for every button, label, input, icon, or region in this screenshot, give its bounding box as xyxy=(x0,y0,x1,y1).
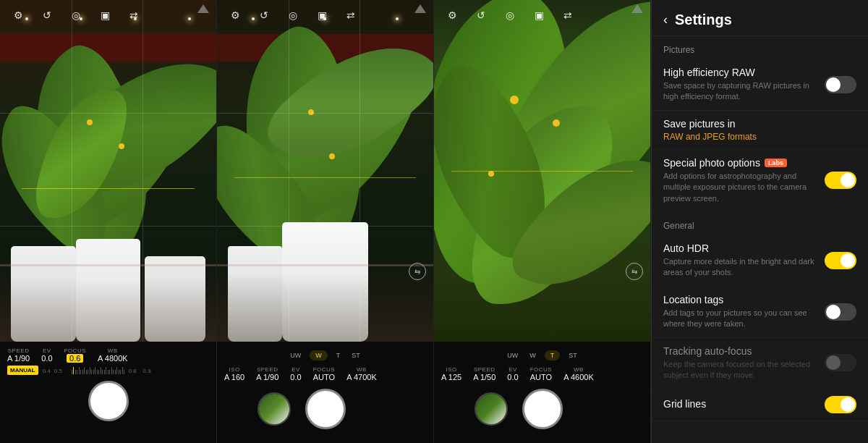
camera-bottom-3: UW W T ST ISO A 125 SPEED A 1/50 EV 0.0 … xyxy=(434,342,650,443)
item-title-special: Special photo options xyxy=(663,157,760,169)
item-desc-raw: Save space by capturing RAW pictures in … xyxy=(663,80,816,103)
switch-icon-2[interactable]: ⇆ xyxy=(409,263,426,280)
item-title-location: Location tags xyxy=(663,294,816,305)
item-title-raw: High efficiency RAW xyxy=(663,67,816,78)
layers-icon[interactable]: ▣ xyxy=(97,7,113,23)
labs-badge: Labs xyxy=(765,159,787,167)
item-title-grid: Grid lines xyxy=(663,398,816,410)
horizon-line xyxy=(22,188,195,189)
lens-st-3[interactable]: ST xyxy=(566,350,580,360)
toggle-hdr[interactable] xyxy=(825,252,856,269)
layers-icon-3[interactable]: ▣ xyxy=(531,7,547,23)
lens-w-3[interactable]: W xyxy=(527,350,539,360)
focus-icon-2[interactable]: ◎ xyxy=(285,7,301,23)
shutter-row-2 xyxy=(224,384,426,434)
gear-icon-3[interactable]: ⚙ xyxy=(444,7,460,23)
param-speed-2: SPEED A 1/90 xyxy=(256,366,278,381)
shutter-row-1 xyxy=(7,376,209,426)
param-ev-2: EV 0.0 xyxy=(290,366,301,381)
section-label-pictures: Pictures xyxy=(652,36,868,59)
item-desc-location: Add tags to your pictures so you can see… xyxy=(663,308,816,330)
lens-w-2[interactable]: W xyxy=(310,350,328,360)
lens-selector-3: UW W T ST xyxy=(441,347,643,363)
spacer-3 xyxy=(577,392,610,426)
lens-selector-2: UW W T ST xyxy=(224,347,426,363)
toggle-grid[interactable] xyxy=(825,396,856,413)
viewfinder-1[interactable]: ⚙ ↺ ◎ ▣ ⇄ xyxy=(0,0,216,342)
shutter-button-1[interactable] xyxy=(88,381,129,421)
param-ev: EV 0.0 xyxy=(41,347,52,363)
filter-icon[interactable]: ⇄ xyxy=(126,7,142,23)
shutter-row-3 xyxy=(441,384,643,434)
param-speed: SPEED A 1/90 xyxy=(7,347,30,363)
lens-uw-2[interactable]: UW xyxy=(287,350,304,360)
toggle-special[interactable] xyxy=(825,172,856,189)
settings-item-grid-lines[interactable]: Grid lines xyxy=(652,389,868,421)
settings-header: ‹ Settings xyxy=(652,0,868,36)
lens-t-3[interactable]: T xyxy=(545,350,561,360)
gear-icon[interactable]: ⚙ xyxy=(10,7,26,23)
thumbnail-3[interactable] xyxy=(475,392,508,426)
layers-icon-2[interactable]: ▣ xyxy=(314,7,330,23)
shutter-button-2[interactable] xyxy=(305,389,346,429)
item-title-hdr: Auto HDR xyxy=(663,242,816,254)
focus-scale-row: MANUAL 0.4 0.5 xyxy=(7,366,209,375)
viewfinder-2[interactable]: ⚙ ↺ ◎ ▣ ⇄ ⇆ xyxy=(217,0,433,342)
camera-bottom-2: UW W T ST ISO A 160 SPEED A 1/90 EV 0.0 … xyxy=(217,342,433,443)
param-wb-2: WB A 4700K xyxy=(346,366,377,381)
back-button[interactable]: ‹ xyxy=(663,12,668,28)
settings-item-tracking: Tracking auto-focus Keep the camera focu… xyxy=(652,338,868,389)
gear-icon-2[interactable]: ⚙ xyxy=(227,7,243,23)
filter-icon-2[interactable]: ⇄ xyxy=(343,7,359,23)
toggle-raw[interactable] xyxy=(825,76,856,93)
item-desc-hdr: Capture more details in the bright and d… xyxy=(663,256,816,279)
scale-ticks: 0.4 0.5 xyxy=(43,367,209,374)
settings-panel: ‹ Settings Pictures High efficiency RAW … xyxy=(651,0,868,443)
param-wb: WB A 4800K xyxy=(98,347,128,363)
item-title-tracking: Tracking auto-focus xyxy=(663,345,816,357)
toggle-tracking xyxy=(825,354,856,371)
timer-icon-2[interactable]: ↺ xyxy=(256,7,272,23)
param-focus-3: FOCUS AUTO xyxy=(530,366,553,381)
settings-item-save-pictures[interactable]: Save pictures in RAW and JPEG formats xyxy=(652,111,868,150)
item-desc-special: Add options for astrophotography and mul… xyxy=(663,171,816,204)
horizon-line-2 xyxy=(234,177,416,178)
lens-t-2[interactable]: T xyxy=(333,350,344,360)
settings-item-high-efficiency-raw[interactable]: High efficiency RAW Save space by captur… xyxy=(652,59,868,111)
item-desc-tracking: Keep the camera focused on the selected … xyxy=(663,359,816,381)
settings-item-location[interactable]: Location tags Add tags to your pictures … xyxy=(652,287,868,338)
focus-icon-3[interactable]: ◎ xyxy=(502,7,518,23)
switch-icon-3[interactable]: ⇆ xyxy=(626,263,643,280)
spacer-2 xyxy=(360,392,393,426)
shutter-button-3[interactable] xyxy=(522,389,563,429)
camera-panel-3: ⚙ ↺ ◎ ▣ ⇄ ⇆ UW W T ST ISO A 125 SPEED A … xyxy=(434,0,651,443)
viewfinder-3[interactable]: ⚙ ↺ ◎ ▣ ⇄ ⇆ xyxy=(434,0,650,342)
top-icons-3: ⚙ ↺ ◎ ▣ ⇄ xyxy=(434,0,650,30)
camera-panel-1: ⚙ ↺ ◎ ▣ ⇄ SPEED A 1/90 EV 0.0 FOCUS 0.6 … xyxy=(0,0,217,443)
manual-badge: MANUAL xyxy=(7,366,38,375)
top-icons-1: ⚙ ↺ ◎ ▣ ⇄ xyxy=(0,0,216,30)
param-iso-3: ISO A 125 xyxy=(441,366,461,381)
param-focus: FOCUS 0.6 xyxy=(64,347,87,363)
lens-uw-3[interactable]: UW xyxy=(504,350,521,360)
param-focus-2: FOCUS AUTO xyxy=(313,366,336,381)
params-row-3: ISO A 125 SPEED A 1/50 EV 0.0 FOCUS AUTO… xyxy=(441,366,643,381)
toggle-location[interactable] xyxy=(825,303,856,321)
param-wb-3: WB A 4600K xyxy=(563,366,594,381)
param-ev-3: EV 0.0 xyxy=(507,366,518,381)
section-label-general: General xyxy=(652,212,868,235)
camera-bottom-1: SPEED A 1/90 EV 0.0 FOCUS 0.6 WB A 4800K… xyxy=(0,342,216,443)
thumbnail-2[interactable] xyxy=(258,392,291,426)
filter-icon-3[interactable]: ⇄ xyxy=(560,7,576,23)
timer-icon[interactable]: ↺ xyxy=(39,7,55,23)
settings-item-auto-hdr[interactable]: Auto HDR Capture more details in the bri… xyxy=(652,235,868,287)
horizon-line-3 xyxy=(451,171,633,172)
timer-icon-3[interactable]: ↺ xyxy=(473,7,489,23)
top-icons-2: ⚙ ↺ ◎ ▣ ⇄ xyxy=(217,0,433,30)
camera-panel-2: ⚙ ↺ ◎ ▣ ⇄ ⇆ UW W T ST ISO A 160 SPEED A … xyxy=(217,0,434,443)
settings-title: Settings xyxy=(675,12,732,28)
param-iso-2: ISO A 160 xyxy=(224,366,244,381)
focus-icon[interactable]: ◎ xyxy=(68,7,84,23)
lens-st-2[interactable]: ST xyxy=(349,350,363,360)
settings-item-special-photo[interactable]: Special photo options Labs Add options f… xyxy=(652,150,868,212)
